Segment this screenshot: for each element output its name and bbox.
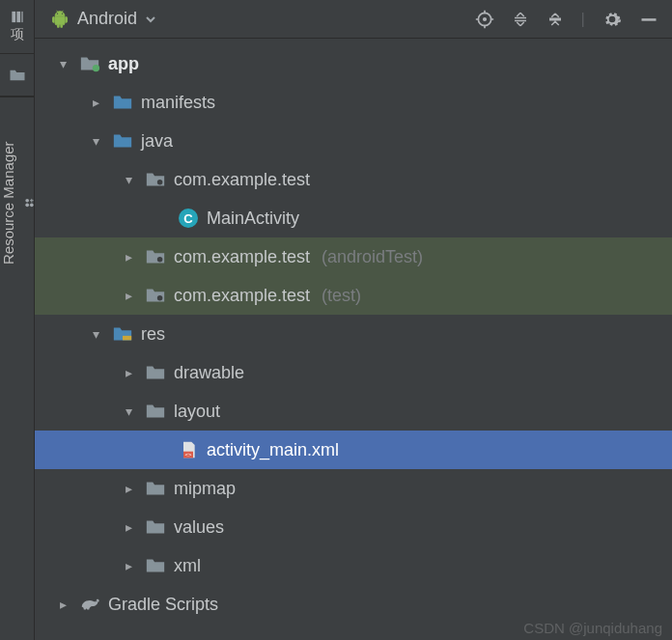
- chevron-down-icon: ▾: [120, 403, 137, 419]
- project-tree[interactable]: ▾ app ▸ manifests ▾ java ▾ com.example.t…: [35, 39, 672, 640]
- folder-icon: [9, 69, 26, 82]
- node-label: com.example.test: [174, 247, 310, 267]
- chevron-right-icon: ▸: [120, 249, 137, 264]
- tree-node-package-main[interactable]: ▾ com.example.test: [35, 160, 672, 199]
- tree-node-xml[interactable]: ▸ xml: [35, 546, 672, 585]
- tree-node-activity-main[interactable]: ▸ <> activity_main.xml: [35, 431, 672, 469]
- svg-point-13: [157, 257, 163, 263]
- gradle-icon: [79, 594, 100, 615]
- gear-icon: [602, 10, 622, 29]
- resource-manager-tab[interactable]: Resource Manager: [0, 97, 35, 309]
- svg-rect-1: [16, 12, 20, 22]
- chevron-down-icon: ▾: [87, 133, 104, 149]
- svg-point-5: [29, 204, 33, 208]
- node-label: layout: [174, 402, 220, 422]
- folder-icon: [145, 401, 166, 422]
- collapse-all-icon: [546, 11, 564, 28]
- svg-point-12: [157, 180, 163, 185]
- chevron-right-icon: ▸: [54, 597, 71, 612]
- svg-text:<>: <>: [185, 452, 192, 458]
- svg-rect-0: [12, 12, 15, 22]
- resource-folder-icon: [112, 323, 133, 345]
- tree-node-package-test[interactable]: ▸ com.example.test (test): [35, 276, 672, 315]
- settings-button[interactable]: [602, 10, 622, 29]
- node-label: mipmap: [174, 479, 236, 499]
- svg-point-11: [93, 65, 99, 71]
- left-tool-rail: 项 Resource Manager: [0, 0, 35, 640]
- class-icon: C: [178, 208, 199, 229]
- module-folder-icon: [79, 53, 100, 74]
- tree-node-values[interactable]: ▸ values: [35, 508, 672, 546]
- chevron-down-icon: ▾: [87, 326, 104, 342]
- svg-rect-10: [642, 18, 657, 21]
- select-opened-file-button[interactable]: [475, 10, 494, 29]
- svg-point-7: [62, 13, 63, 14]
- tree-node-mipmap[interactable]: ▸ mipmap: [35, 469, 672, 508]
- node-label: java: [141, 131, 173, 152]
- minimize-icon: [639, 10, 658, 29]
- view-mode-label: Android: [77, 9, 137, 29]
- resource-manager-label: Resource Manager: [0, 142, 16, 265]
- tree-node-package-androidtest[interactable]: ▸ com.example.test (androidTest): [35, 237, 672, 276]
- folder-icon: [145, 362, 166, 383]
- node-label: manifests: [141, 93, 215, 113]
- svg-rect-15: [123, 336, 131, 341]
- folder-icon: [145, 478, 166, 499]
- tree-node-res[interactable]: ▾ res: [35, 315, 672, 353]
- node-label: app: [108, 54, 139, 74]
- svg-point-4: [25, 199, 29, 203]
- node-label: res: [141, 324, 165, 345]
- node-label: com.example.test: [174, 170, 310, 190]
- node-label: drawable: [174, 363, 244, 383]
- chevron-right-icon: ▸: [120, 288, 137, 303]
- tree-node-layout[interactable]: ▾ layout: [35, 392, 672, 431]
- tree-node-gradle[interactable]: ▸ Gradle Scripts: [35, 585, 672, 624]
- project-icon: [9, 10, 26, 24]
- package-folder-icon: [145, 169, 166, 190]
- layout-xml-icon: <>: [178, 439, 199, 460]
- chevron-right-icon: ▸: [120, 365, 137, 380]
- svg-point-14: [157, 295, 163, 301]
- toolbar-actions: |: [475, 10, 666, 29]
- tree-node-mainactivity[interactable]: ▸ C MainActivity: [35, 199, 672, 237]
- chevron-right-icon: ▸: [120, 519, 137, 535]
- svg-point-9: [482, 16, 486, 20]
- svg-point-3: [25, 204, 29, 208]
- tree-node-drawable[interactable]: ▸ drawable: [35, 353, 672, 392]
- chevron-down-icon: ▾: [54, 56, 71, 71]
- tree-node-java[interactable]: ▾ java: [35, 122, 672, 160]
- project-toolbar: Android |: [35, 0, 672, 39]
- folder-icon: [112, 130, 133, 152]
- project-panel: Android | ▾: [35, 0, 672, 640]
- target-icon: [475, 10, 494, 29]
- node-label: activity_main.xml: [207, 440, 339, 460]
- collapse-all-button[interactable]: [546, 11, 564, 28]
- svg-rect-2: [21, 12, 22, 22]
- package-folder-icon: [145, 246, 166, 267]
- node-label: com.example.test: [174, 286, 310, 306]
- chevron-right-icon: ▸: [87, 95, 104, 110]
- svg-point-6: [57, 13, 58, 14]
- expand-all-button[interactable]: [512, 11, 529, 28]
- project-tool-tab[interactable]: 项: [0, 0, 35, 54]
- node-label: xml: [174, 556, 201, 576]
- rail-tab-blank[interactable]: [0, 54, 35, 97]
- view-mode-selector[interactable]: Android: [44, 5, 162, 33]
- package-folder-icon: [145, 285, 166, 306]
- chevron-right-icon: ▸: [120, 558, 137, 573]
- chevron-right-icon: ▸: [120, 481, 137, 496]
- hide-panel-button[interactable]: [639, 10, 658, 29]
- folder-icon: [112, 92, 133, 113]
- android-icon: [50, 10, 70, 29]
- chevron-down-icon: ▾: [120, 172, 137, 187]
- node-label: Gradle Scripts: [108, 595, 218, 615]
- folder-icon: [145, 516, 166, 538]
- tree-node-app[interactable]: ▾ app: [35, 44, 672, 83]
- node-label-suffix: (androidTest): [322, 247, 423, 267]
- folder-icon: [145, 555, 166, 576]
- node-label: MainActivity: [207, 209, 299, 229]
- node-label: values: [174, 517, 224, 538]
- tree-node-manifests[interactable]: ▸ manifests: [35, 83, 672, 122]
- chevron-down-icon: [145, 14, 156, 25]
- node-label-suffix: (test): [322, 286, 361, 306]
